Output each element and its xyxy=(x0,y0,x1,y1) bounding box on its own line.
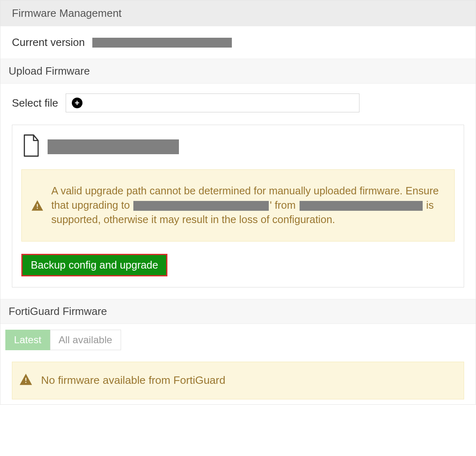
fortiguard-warning-text: No firmware available from FortiGuard xyxy=(41,374,225,387)
upgrade-warning-box: A valid upgrade path cannot be determine… xyxy=(21,169,455,242)
current-version-value-redacted xyxy=(92,38,232,48)
current-version-label: Current version xyxy=(12,36,85,49)
file-icon xyxy=(21,134,40,160)
backup-and-upgrade-button[interactable]: Backup config and upgrade xyxy=(21,254,167,276)
warning-icon xyxy=(20,374,32,388)
file-name-redacted xyxy=(48,139,179,154)
fortiguard-tabs: Latest All available xyxy=(0,324,476,356)
fortiguard-warning-box: No firmware available from FortiGuard xyxy=(12,362,464,399)
tab-all-available[interactable]: All available xyxy=(50,330,121,350)
upload-firmware-header: Upload Firmware xyxy=(0,59,476,84)
tab-latest[interactable]: Latest xyxy=(5,330,50,350)
select-file-input[interactable]: + xyxy=(66,93,359,112)
upgrade-warning-text: A valid upgrade path cannot be determine… xyxy=(51,184,442,227)
panel-title: Firmware Management xyxy=(0,0,476,26)
upload-card: A valid upgrade path cannot be determine… xyxy=(12,125,464,287)
fortiguard-header: FortiGuard Firmware xyxy=(0,299,476,324)
warning-icon xyxy=(32,200,43,211)
add-file-icon: + xyxy=(72,98,82,108)
select-file-label: Select file xyxy=(12,97,58,109)
